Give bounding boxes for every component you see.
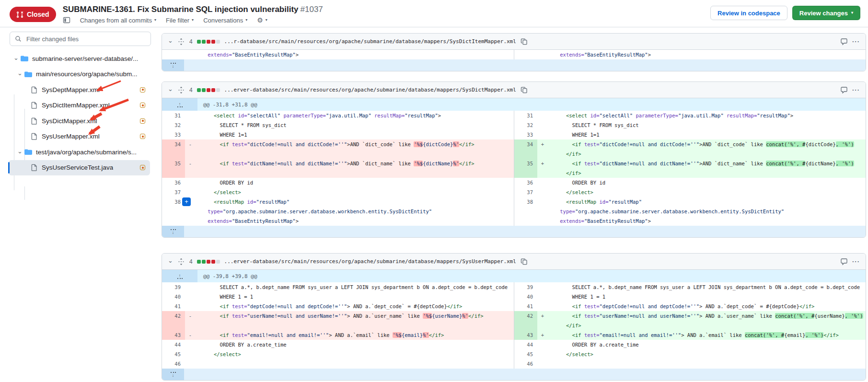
- add-line-comment-button[interactable]: +: [182, 197, 191, 206]
- conversations-menu[interactable]: Conversations▾: [203, 17, 247, 24]
- tree-folder-submarine-server-server-database[interactable]: ⌄submarine-server/server-database/...: [9, 51, 150, 67]
- sidebar-toggle-icon[interactable]: [63, 16, 70, 24]
- line-number[interactable]: 35: [514, 159, 537, 178]
- comment-icon[interactable]: [840, 38, 848, 46]
- code-line: <if test="deptCode!=null and deptCode!='…: [196, 301, 512, 311]
- line-number[interactable]: 36: [162, 178, 185, 187]
- line-number[interactable]: 45: [514, 349, 537, 359]
- expand-row-fill: [184, 369, 866, 380]
- code-line: SELECT a.*, b.dept_name FROM sys_user a …: [548, 282, 864, 292]
- caret-down-icon: ▾: [851, 11, 853, 15]
- file-name: test/java/org/apache/submarine/s...: [36, 149, 137, 156]
- code-cell: <if test="userName!=null and userName!='…: [196, 311, 514, 330]
- line-number[interactable]: 32: [514, 120, 537, 130]
- tree-file-sysdictmapper-xml[interactable]: SysDictMapper.xml: [9, 113, 150, 129]
- code-line: <if test="dictName!=null and dictName!='…: [196, 159, 512, 168]
- caret-down-icon: ▾: [192, 18, 194, 22]
- line-number[interactable]: 43: [162, 330, 185, 340]
- code-cell: </select>: [548, 187, 866, 197]
- line-number[interactable]: 44: [514, 340, 537, 349]
- comment-icon[interactable]: [840, 258, 848, 266]
- copy-path-icon[interactable]: [521, 258, 528, 266]
- code-line: WHERE 1=1: [548, 130, 864, 139]
- caret-down-icon: ▾: [266, 18, 267, 22]
- line-number[interactable]: 42: [162, 311, 185, 330]
- copy-path-icon[interactable]: [521, 38, 528, 46]
- line-number[interactable]: 39: [514, 282, 537, 292]
- chevron-down-icon: ⌄: [13, 55, 21, 61]
- collapse-file-chevron-icon[interactable]: ⌄: [168, 257, 173, 264]
- kebab-menu-icon[interactable]: ···: [852, 86, 860, 93]
- line-number[interactable]: 31: [162, 111, 185, 120]
- line-number[interactable]: [162, 50, 185, 59]
- line-number[interactable]: [514, 50, 537, 59]
- review-in-codespace-button[interactable]: Review in codespace: [710, 6, 787, 20]
- line-number[interactable]: 41: [162, 301, 185, 311]
- line-number[interactable]: 37: [162, 187, 185, 197]
- line-number[interactable]: 41: [514, 301, 537, 311]
- collapse-file-chevron-icon[interactable]: ⌄: [168, 37, 173, 44]
- tree-file-sysdeptmapper-xml[interactable]: SysDeptMapper.xml: [9, 82, 150, 98]
- line-number[interactable]: 33: [162, 130, 185, 139]
- line-number[interactable]: 32: [162, 120, 185, 130]
- code-line: </select>: [548, 349, 864, 359]
- expand-down-button[interactable]: ↓: [162, 369, 184, 380]
- expand-up-button[interactable]: ↑: [162, 270, 197, 282]
- diff-marker: -: [185, 159, 196, 178]
- kebab-menu-icon[interactable]: ···: [852, 258, 860, 265]
- line-number[interactable]: 35: [162, 159, 185, 178]
- drag-handle-icon[interactable]: [177, 86, 185, 94]
- line-number[interactable]: 39: [162, 282, 185, 292]
- collapse-file-chevron-icon[interactable]: ⌄: [168, 86, 173, 92]
- tree-indent-guide: [24, 186, 25, 200]
- changes-from-commits-menu[interactable]: Changes from all commits▾: [80, 17, 156, 24]
- line-number[interactable]: 31: [514, 111, 537, 120]
- comment-icon[interactable]: [840, 86, 848, 94]
- line-number[interactable]: 38: [514, 197, 537, 226]
- tree-file-sysusermapper-xml[interactable]: SysUserMapper.xml: [9, 129, 150, 145]
- changed-lines-count: 4: [189, 87, 193, 93]
- tree-file-sysdictitemmapper-xml[interactable]: SysDictItemMapper.xml: [9, 98, 150, 114]
- expand-down-button[interactable]: ↓: [162, 59, 184, 71]
- code-cell: <if test="dictCode!=null and dictCode!='…: [548, 139, 866, 159]
- file-icon: [31, 117, 38, 125]
- line-number[interactable]: 33: [514, 130, 537, 139]
- file-icon: [31, 164, 38, 171]
- line-number[interactable]: 45: [162, 349, 185, 359]
- line-number[interactable]: 40: [162, 292, 185, 301]
- diff-row: 40 WHERE 1 = 140 WHERE 1 = 1: [162, 292, 866, 301]
- code-cell: <if test="deptCode!=null and deptCode!='…: [196, 301, 514, 311]
- line-number[interactable]: 38: [162, 197, 185, 226]
- kebab-menu-icon[interactable]: ···: [852, 38, 860, 45]
- expand-down-button[interactable]: ↓: [162, 226, 184, 237]
- expand-row-fill: [184, 59, 866, 71]
- expand-up-button[interactable]: ↑: [162, 98, 197, 111]
- line-number[interactable]: 40: [514, 292, 537, 301]
- line-number[interactable]: 36: [514, 178, 537, 187]
- copy-path-icon[interactable]: [521, 86, 528, 94]
- tree-file-sysuserservicetest-java[interactable]: SysUserServiceTest.java: [9, 160, 150, 176]
- diff-settings-menu[interactable]: ⚙▾: [257, 17, 267, 23]
- file-filter-menu[interactable]: File filter▾: [166, 17, 194, 24]
- drag-handle-icon[interactable]: [177, 258, 185, 266]
- tree-folder-test-java-org-apache-submarine-s[interactable]: ⌄test/java/org/apache/submarine/s...: [9, 144, 150, 160]
- line-number[interactable]: 42: [514, 311, 537, 330]
- tree-folder-main-resources-org-apache-subm[interactable]: ⌄main/resources/org/apache/subm...: [9, 67, 150, 82]
- expand-down-icon: ↓: [171, 63, 176, 68]
- diff-marker: [185, 349, 196, 359]
- hunk-header-text: @@ -39,8 +39,8 @@: [197, 270, 257, 282]
- review-changes-button[interactable]: Review changes▾: [792, 6, 860, 20]
- line-number[interactable]: 46: [162, 359, 185, 369]
- drag-handle-icon[interactable]: [177, 38, 185, 46]
- line-number[interactable]: 46: [514, 359, 537, 369]
- diff-marker: [185, 292, 196, 301]
- line-number[interactable]: 44: [162, 340, 185, 349]
- code-cell: <if test="deptCode!=null and deptCode!='…: [548, 301, 866, 311]
- code-cell: <resultMap id="resultMap" type="org.apac…: [548, 197, 866, 226]
- file-filter-input[interactable]: [25, 35, 146, 43]
- code-line: <if test="email!=null and email!=''"> AN…: [548, 330, 864, 340]
- line-number[interactable]: 34: [514, 139, 537, 159]
- line-number[interactable]: 43: [514, 330, 537, 340]
- line-number[interactable]: 37: [514, 187, 537, 197]
- line-number[interactable]: 34: [162, 139, 185, 159]
